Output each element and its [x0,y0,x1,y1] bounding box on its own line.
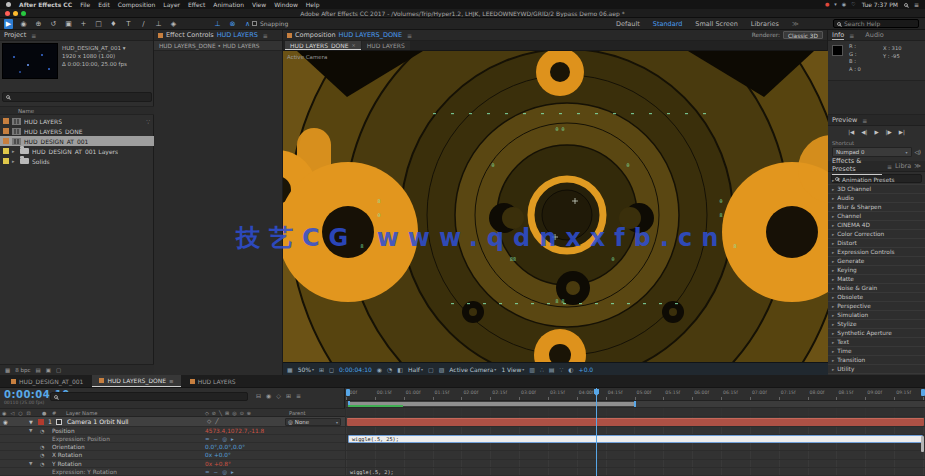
pen-tool[interactable]: ♦ [109,19,118,29]
grid-guides-icon[interactable]: ⊞ [319,366,324,373]
fx-category-animation-presets[interactable]: ▸* Animation Presets [828,176,925,185]
expression-language-icon[interactable]: ▸ [231,469,234,475]
fast-previews-icon[interactable]: ∴ [540,366,544,373]
rotation-tool[interactable]: ↺ [49,19,58,29]
draft-3d-icon[interactable]: ◇ [276,392,281,399]
ruler-pan-handle[interactable] [921,389,925,396]
timeline-tab-hud-layers-done[interactable]: HUD LAYERS_DONE≡ [92,375,180,387]
effects-presets-tab-label[interactable]: Effects & Presets [832,157,882,175]
menu-view[interactable]: View [252,1,266,8]
axis-mode-icon[interactable]: ⊥ [213,19,222,29]
timeline-tab-hud-design-at-001[interactable]: HUD_DESIGN_AT_001 [4,375,90,387]
panel-menu-icon[interactable]: ≡ [31,32,36,39]
preview-panel-header[interactable]: Preview ≡ [828,115,925,126]
live-update-icon[interactable]: ◉ [266,392,271,399]
fx-category-cinema-4d[interactable]: ▸CINEMA 4D [828,221,925,230]
composition-tab-label[interactable]: Composition [295,31,336,39]
fx-category-time[interactable]: ▸Time [828,347,925,356]
favorites-icon[interactable]: ♡ [851,0,855,9]
layer-twirl-icon[interactable]: ▼ [29,419,33,425]
solo-column-icon[interactable]: ○ [18,410,22,416]
expression-text[interactable]: wiggle(.5, 2); [350,469,394,475]
panel-menu-icon[interactable]: ≡ [407,32,412,39]
stopwatch-icon[interactable]: ◔ [40,444,44,450]
composition-viewer[interactable]: 0 0808088008808 8 Active Camera [283,51,828,362]
timeline-scrollbar[interactable] [921,436,924,452]
next-frame-button[interactable]: |▶ [886,129,892,135]
timeline-row-position[interactable]: ▼◔Position4573.4,1072.7,-11.8 [0,427,345,435]
fx-category-transition[interactable]: ▸Transition [828,356,925,365]
timeline-button-icon[interactable]: ▤ [549,366,555,373]
ruler-pan-handle[interactable] [346,389,350,396]
layer-switch-icon[interactable]: ◇ [207,418,211,424]
first-frame-button[interactable]: |◀ [848,129,854,135]
fx-category-perspective[interactable]: ▸Perspective [828,302,925,311]
fx-category-synthetic-aperture[interactable]: ▸Synthetic Aperture [828,329,925,338]
menu-composition[interactable]: Composition [118,1,155,8]
layer-switch-icon[interactable]: ╱ [215,418,218,424]
shape-tool[interactable]: □ [94,19,103,29]
expression-enable-icon[interactable]: = [205,469,210,475]
project-item-hud-design-at-001-layers[interactable]: ▸HUD_DESIGN_AT_001 Layers [0,146,154,156]
color-depth-toggle[interactable]: 8 bpc [15,367,30,373]
fx-category-distort[interactable]: ▸Distort [828,239,925,248]
viewer-tab-hud-layers[interactable]: HUD LAYERS [362,41,410,50]
show-snapshot-icon[interactable]: ◔ [387,366,392,373]
twirl-icon[interactable]: ▼ [29,461,32,466]
notification-dot-icon[interactable]: ● [825,0,829,9]
roi-icon[interactable]: ▢ [428,366,434,373]
interpret-footage-icon[interactable]: ▦ [5,367,10,373]
expression-language-icon[interactable]: ▸ [231,436,234,442]
menu-file[interactable]: File [80,1,90,8]
property-value[interactable]: 4573.4,1072.7,-11.8 [205,428,264,434]
selection-tool[interactable]: ▶ [4,19,13,29]
workspace-small-screen[interactable]: Small Screen [695,20,737,28]
mini-flowchart-icon[interactable]: ⊟ [256,392,261,399]
camera-tool[interactable]: ▣ [64,19,73,29]
fx-category-obsolete[interactable]: ▸Obsolete [828,293,925,302]
always-preview-icon[interactable]: ▦ [287,366,293,373]
twirl-icon[interactable]: ▼ [29,428,32,433]
panel-menu-icon[interactable]: ≡ [887,163,892,170]
timeline-tab-hud-layers[interactable]: HUD LAYERS [183,375,243,387]
graph-editor-icon[interactable]: ⊞ [286,392,291,399]
label-column-icon[interactable]: ● [42,410,46,416]
pixel-aspect-icon[interactable]: ▥ [529,366,535,373]
project-item-solids[interactable]: ▸Solids [0,156,154,166]
exposure-value[interactable]: +0.0 [579,366,594,373]
workspace-libraries[interactable]: Libraries [751,20,779,28]
type-tool[interactable]: T [124,19,133,29]
pan-behind-tool[interactable]: + [79,19,88,29]
expression-graph-icon[interactable]: ~ [214,436,219,442]
transparency-grid-icon[interactable]: ▨ [439,366,445,373]
shortcut-select[interactable]: Numpad 0 ▾ [832,147,912,157]
panel-menu-icon[interactable]: ≡ [862,117,867,124]
libraries-tab-label[interactable]: Libra [895,162,911,170]
effect-controls-tab-label[interactable]: Effect Controls [166,31,214,39]
camera-select[interactable]: Active Camera▾ [449,366,496,373]
snapping-toggle[interactable]: Snapping [252,20,288,27]
fx-category-audio[interactable]: ▸Audio [828,194,925,203]
audio-column-icon[interactable]: ◁ [10,410,14,416]
new-folder-icon[interactable]: ▤ [35,367,40,373]
fx-category-blur-sharpen[interactable]: ▸Blur & Sharpen [828,203,925,212]
expression-pickwhip-icon[interactable]: ◎ [222,436,227,442]
stopwatch-icon[interactable]: ◔ [40,452,44,458]
mask-visibility-icon[interactable]: ◻ [329,366,334,373]
property-value[interactable]: 0.0°,0.0°,0.0° [205,444,245,450]
fx-category-utility[interactable]: ▸Utility [828,365,925,374]
renderer-value[interactable]: Classic 3D [783,31,823,39]
eraser-tool[interactable]: ◈ [169,19,178,29]
audio-tab-label[interactable]: Audio [865,31,883,39]
fx-category-noise-grain[interactable]: ▸Noise & Grain [828,284,925,293]
channel-icon[interactable]: ◧ [397,366,403,373]
panel-menu-icon[interactable]: ≡ [849,32,854,39]
number-column-header[interactable]: # [52,410,56,416]
property-value[interactable]: 0x +0.0° [205,452,231,458]
current-time[interactable]: 0:00:04:10 [339,366,372,373]
expression-graph-icon[interactable]: ~ [214,469,219,475]
project-item-hud-design-at-001[interactable]: HUD_DESIGN_AT_001 [0,136,154,146]
exposure-reset-icon[interactable]: ◐ [568,366,573,373]
time-ruler[interactable]: :00f00:15f01:00f01:15f02:00f02:15f03:00f… [346,388,925,401]
timeline-row-x-rotation[interactable]: ◔X Rotation0x +0.0° [0,451,345,459]
